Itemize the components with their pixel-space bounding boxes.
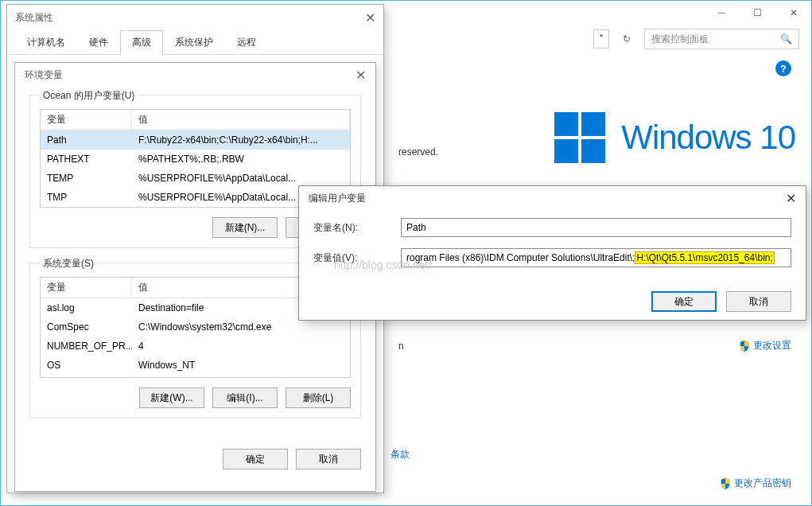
sysprops-title-text: 系统属性	[15, 11, 53, 25]
table-header: 变量 值	[41, 110, 350, 130]
col-variable: 变量	[41, 110, 132, 130]
editvar-body: 变量名(N): 变量值(V): rogram Files (x86)\IDM C…	[299, 210, 806, 286]
shield-icon	[739, 341, 750, 352]
delete-system-button[interactable]: 删除(L)	[286, 387, 351, 408]
system-variables-label: 系统变量(S)	[40, 257, 97, 271]
col-value: 值	[132, 110, 350, 130]
path-dropdown[interactable]: ˅	[593, 29, 609, 49]
search-icon: 🔍	[780, 33, 792, 45]
envvars-titlebar: 环境变量 ✕	[15, 63, 375, 87]
edit-system-button[interactable]: 编辑(I)...	[212, 387, 278, 408]
close-icon[interactable]: ✕	[365, 10, 375, 25]
variable-name-input[interactable]	[401, 218, 791, 237]
cancel-button[interactable]: 取消	[296, 449, 361, 469]
value-row: 变量值(V): rogram Files (x86)\IDM Computer …	[313, 248, 791, 267]
search-placeholder: 搜索控制面板	[651, 33, 709, 46]
table-row[interactable]: OS Windows_NT	[41, 356, 350, 375]
tab-remote[interactable]: 远程	[225, 30, 268, 55]
ok-button[interactable]: 确定	[223, 449, 288, 469]
windows-logo-icon	[554, 112, 605, 163]
variable-value-input[interactable]: rogram Files (x86)\IDM Computer Solution…	[401, 248, 791, 267]
search-input[interactable]: 搜索控制面板 🔍	[644, 29, 799, 49]
close-icon[interactable]: ✕	[355, 68, 366, 83]
editvar-titlebar: 编辑用户变量 ✕	[299, 186, 806, 210]
name-row: 变量名(N):	[313, 218, 791, 237]
tab-hardware[interactable]: 硬件	[77, 30, 120, 55]
sysprops-titlebar: 系统属性 ✕	[7, 5, 383, 30]
close-button[interactable]: ✕	[775, 2, 811, 24]
cancel-button[interactable]: 取消	[726, 291, 791, 312]
table-row[interactable]: PATHEXT %PATHEXT%;.RB;.RBW	[41, 150, 350, 169]
new-user-button[interactable]: 新建(N)...	[212, 217, 278, 238]
partial-text: n	[398, 341, 404, 352]
edit-user-variable-dialog: 编辑用户变量 ✕ 变量名(N): 变量值(V): rogram Files (x…	[298, 185, 806, 321]
col-variable: 变量	[41, 278, 132, 298]
table-row[interactable]: Path C:\Program Files\Broadcom\Broadcom.…	[41, 375, 350, 378]
tab-system-protection[interactable]: 系统保护	[163, 30, 225, 55]
editvar-title-text: 编辑用户变量	[309, 192, 366, 205]
bg-toolbar: ˅ ↻ 搜索控制面板 🔍	[593, 29, 799, 49]
editvar-buttons: 确定 取消	[299, 286, 806, 317]
reserved-text: reserved.	[398, 146, 438, 158]
dialog-buttons: 确定 取消	[15, 441, 375, 477]
highlighted-path: H:\Qt\Qt5.5.1\msvc2015_64\bin;	[635, 251, 774, 264]
refresh-icon[interactable]: ↻	[617, 29, 636, 49]
sysprops-tabs: 计算机名 硬件 高级 系统保护 远程	[7, 30, 383, 55]
terms-link[interactable]: 条款	[390, 448, 410, 461]
ok-button[interactable]: 确定	[651, 291, 717, 312]
change-product-key-link[interactable]: 更改产品密钥	[720, 477, 791, 490]
tab-computer-name[interactable]: 计算机名	[15, 30, 77, 55]
system-buttons: 新建(W)... 编辑(I)... 删除(L)	[40, 387, 351, 408]
table-row[interactable]: Path F:\Ruby22-x64\bin;C:\Ruby22-x64\bin…	[41, 130, 350, 150]
change-settings-link[interactable]: 更改设置	[739, 339, 791, 352]
variable-value-label: 变量值(V):	[313, 251, 401, 265]
close-icon[interactable]: ✕	[786, 191, 796, 206]
envvars-title-text: 环境变量	[25, 68, 63, 82]
windows-logo-area: Windows 10	[554, 112, 795, 163]
user-variables-label: Ocean 的用户变量(U)	[40, 89, 138, 103]
tab-advanced[interactable]: 高级	[120, 30, 163, 55]
new-system-button[interactable]: 新建(W)...	[139, 387, 204, 408]
windows-logo-text: Windows 10	[621, 119, 795, 157]
shield-icon	[720, 478, 731, 489]
minimize-button[interactable]: ─	[704, 2, 740, 24]
maximize-button[interactable]: ☐	[740, 2, 775, 24]
variable-name-label: 变量名(N):	[313, 221, 401, 235]
help-icon[interactable]: ?	[775, 60, 791, 76]
table-row[interactable]: NUMBER_OF_PR... 4	[41, 337, 350, 356]
